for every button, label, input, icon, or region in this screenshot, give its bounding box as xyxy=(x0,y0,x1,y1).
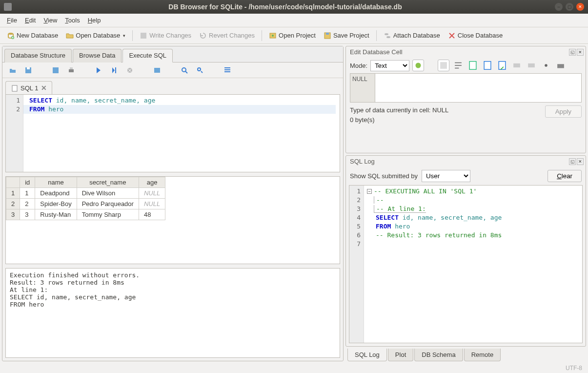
titlebar: DB Browser for SQLite - /home/user/code/… xyxy=(0,0,588,14)
revert-changes-label: Revert Changes xyxy=(209,32,255,39)
execute-all-button[interactable] xyxy=(93,65,104,76)
result-header-name[interactable]: name xyxy=(35,177,77,188)
write-changes-label: Write Changes xyxy=(149,32,191,39)
right-pane: Edit Database Cell ◱ ✕ Mode: Text xyxy=(345,46,586,361)
export-icon[interactable] xyxy=(482,60,493,71)
edit-cell-panel: Edit Database Cell ◱ ✕ Mode: Text xyxy=(345,46,586,153)
mode-label: Mode: xyxy=(350,62,367,69)
show-sql-label: Show SQL submitted by xyxy=(350,172,418,180)
sql-editor[interactable]: 1 2 SELECT id, name, secret_name, age FR… xyxy=(5,94,340,172)
panel-close-button[interactable]: ✕ xyxy=(577,49,584,56)
panel-float-button[interactable]: ◱ xyxy=(569,49,576,56)
execution-output[interactable]: Execution finished without errors. Resul… xyxy=(5,268,340,358)
open-project-button[interactable]: Open Project xyxy=(266,30,319,41)
result-header-rownum[interactable] xyxy=(6,177,20,188)
cell-mode-bar: Mode: Text xyxy=(346,58,586,73)
clear-cell-icon[interactable] xyxy=(540,60,552,71)
clear-log-button[interactable]: Clear xyxy=(547,170,582,182)
write-changes-icon xyxy=(140,32,147,40)
hex-icon[interactable] xyxy=(526,60,537,71)
dropdown-caret-icon[interactable]: ▾ xyxy=(123,33,125,38)
result-header-secret-name[interactable]: secret_name xyxy=(77,177,139,188)
edit-cell-title: Edit Database Cell xyxy=(350,48,403,56)
save-project-button[interactable]: Save Project xyxy=(321,30,372,41)
rtl-icon[interactable] xyxy=(452,60,464,71)
svg-rect-25 xyxy=(513,63,520,67)
svg-rect-16 xyxy=(154,68,160,73)
mode-select[interactable]: Text xyxy=(370,60,409,71)
result-header-age[interactable]: age xyxy=(139,177,165,188)
menubar: File Edit View Tools Help xyxy=(0,14,588,27)
svg-rect-14 xyxy=(115,67,116,73)
menu-view[interactable]: View xyxy=(40,16,61,25)
execute-line-button[interactable] xyxy=(109,65,120,76)
tab-browse-data[interactable]: Browse Data xyxy=(73,49,122,62)
submitter-select[interactable]: User xyxy=(422,170,470,182)
save-sql-file-button[interactable] xyxy=(23,65,34,76)
close-window-button[interactable]: ✕ xyxy=(576,3,584,11)
tab-database-structure[interactable]: Database Structure xyxy=(4,49,72,62)
null-icon[interactable] xyxy=(511,60,523,71)
svg-point-7 xyxy=(385,33,388,35)
svg-rect-2 xyxy=(141,33,146,39)
svg-point-18 xyxy=(198,68,201,71)
import-icon[interactable] xyxy=(467,60,479,71)
copy-icon[interactable] xyxy=(496,60,508,71)
tab-sql-log[interactable]: SQL Log xyxy=(347,349,387,361)
fold-icon[interactable]: − xyxy=(367,189,372,194)
svg-rect-13 xyxy=(70,67,73,69)
find-replace-button[interactable] xyxy=(195,65,205,76)
attach-database-button[interactable]: Attach Database xyxy=(381,30,443,41)
tab-remote[interactable]: Remote xyxy=(464,349,501,361)
apply-mode-button[interactable] xyxy=(412,60,424,71)
close-database-label: Close Database xyxy=(458,32,503,39)
svg-point-4 xyxy=(272,35,274,37)
log-float-button[interactable]: ◱ xyxy=(569,158,576,165)
menu-edit[interactable]: Edit xyxy=(21,16,40,25)
svg-rect-6 xyxy=(326,33,329,35)
log-close-button[interactable]: ✕ xyxy=(577,158,584,165)
print-button[interactable] xyxy=(66,65,77,76)
new-database-button[interactable]: New Database xyxy=(4,30,61,41)
encoding-label: UTF-8 xyxy=(566,365,582,372)
cell-null-indicator: NULL xyxy=(350,73,375,103)
save-as-view-button[interactable] xyxy=(152,65,162,76)
apply-cell-button: Apply xyxy=(545,105,582,118)
menu-file[interactable]: File xyxy=(3,16,21,25)
svg-rect-26 xyxy=(528,63,535,67)
open-database-button[interactable]: Open Database ▾ xyxy=(63,30,128,41)
table-row[interactable]: 22Spider-BoyPedro ParqueadorNULL xyxy=(6,199,165,209)
open-sql-file-button[interactable] xyxy=(7,65,18,76)
table-row[interactable]: 11DeadpondDive WilsonNULL xyxy=(6,188,165,199)
close-tab-icon[interactable]: ✕ xyxy=(41,84,47,92)
tab-db-schema[interactable]: DB Schema xyxy=(414,349,463,361)
close-database-button[interactable]: Close Database xyxy=(445,30,506,41)
sql-log-panel: SQL Log ◱ ✕ Show SQL submitted by User C… xyxy=(345,155,586,347)
save-results-button[interactable] xyxy=(50,65,61,76)
close-database-icon xyxy=(448,32,456,40)
svg-rect-23 xyxy=(484,62,491,70)
maximize-button[interactable]: ▢ xyxy=(566,3,573,11)
svg-point-20 xyxy=(416,63,421,68)
menu-tools[interactable]: Tools xyxy=(61,16,83,25)
tab-execute-sql[interactable]: Execute SQL xyxy=(122,49,173,62)
find-button[interactable] xyxy=(179,65,190,76)
svg-rect-10 xyxy=(27,67,30,69)
svg-rect-12 xyxy=(69,69,74,72)
result-header-id[interactable]: id xyxy=(20,177,35,188)
table-row[interactable]: 33Rusty-ManTommy Sharp48 xyxy=(6,209,165,220)
log-code[interactable]: −-- EXECUTING ALL IN 'SQL 1' -- -- At li… xyxy=(364,186,505,343)
text-mode-icon[interactable] xyxy=(438,60,449,71)
cell-value-input[interactable] xyxy=(375,73,582,103)
open-project-icon xyxy=(269,32,277,40)
sql-tab-1[interactable]: SQL 1 ✕ xyxy=(5,81,52,94)
new-database-label: New Database xyxy=(17,32,58,39)
print-cell-icon[interactable] xyxy=(555,60,567,71)
minimize-button[interactable]: – xyxy=(555,3,563,11)
menu-help[interactable]: Help xyxy=(84,16,105,25)
editor-code[interactable]: SELECT id, name, secret_name, age FROM h… xyxy=(23,95,340,172)
result-table-wrapper[interactable]: id name secret_name age 11DeadpondDive W… xyxy=(5,176,340,264)
stop-button[interactable] xyxy=(124,65,135,76)
tab-plot[interactable]: Plot xyxy=(388,349,413,361)
indent-button[interactable] xyxy=(222,65,233,76)
